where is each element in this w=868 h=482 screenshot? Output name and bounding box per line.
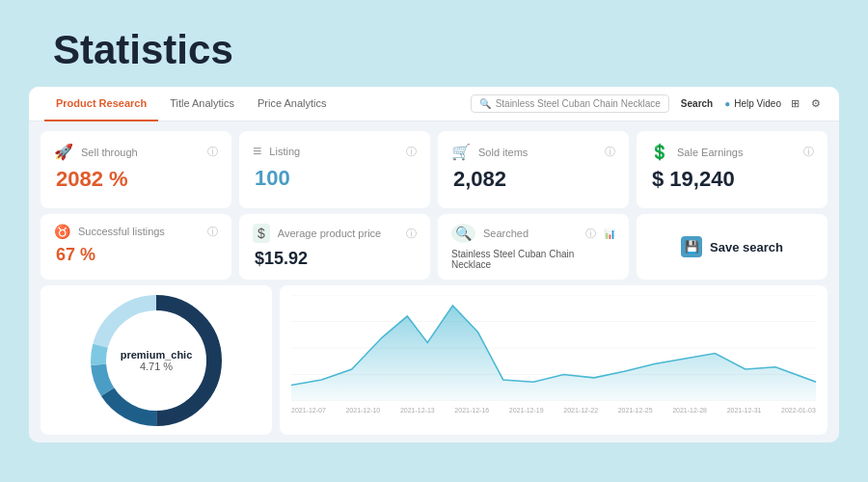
x-label-3: 2021-12-13 xyxy=(400,407,435,414)
searched-card: 🔍 Searched ⓘ 📊 Stainless Steel Cuban Cha… xyxy=(438,214,629,280)
listing-value: 100 xyxy=(253,166,417,191)
sell-through-card: 🚀 Sell through ⓘ 2082 % xyxy=(41,131,231,208)
avg-price-info[interactable]: ⓘ xyxy=(406,227,417,241)
save-icon: 💾 xyxy=(681,236,702,257)
line-chart-card: 2021-12-07 2021-12-10 2021-12-13 2021-12… xyxy=(280,285,827,435)
search-button[interactable]: Search xyxy=(675,95,719,112)
avg-price-value: $15.92 xyxy=(253,249,417,269)
search-input-value: Stainless Steel Cuban Chain Necklace xyxy=(496,98,661,109)
chart-wrapper: 2021-12-07 2021-12-10 2021-12-13 2021-12… xyxy=(291,295,816,425)
save-search-button[interactable]: 💾 Save search xyxy=(681,236,783,257)
listing-card: ≡ Listing ⓘ 100 xyxy=(239,131,430,208)
searched-label: Searched xyxy=(483,228,578,239)
tab-product-research[interactable]: Product Research xyxy=(44,87,158,121)
sale-earnings-card: 💲 Sale Earnings ⓘ $ 19,240 xyxy=(637,131,827,208)
sell-through-info[interactable]: ⓘ xyxy=(207,145,218,159)
cart-icon: 🛒 xyxy=(451,143,471,161)
save-search-label: Save search xyxy=(710,240,783,254)
sold-items-label: Sold items xyxy=(478,147,597,158)
sold-items-card: 🛒 Sold items ⓘ 2,082 xyxy=(438,131,629,208)
help-video-button[interactable]: ● Help Video xyxy=(724,98,781,109)
donut-chart: premium_chic 4.71 % xyxy=(89,293,224,428)
x-label-1: 2021-12-07 xyxy=(291,407,326,414)
avg-price-label: Average product price xyxy=(278,228,398,239)
rocket-icon: 🚀 xyxy=(54,143,73,161)
tab-price-analytics[interactable]: Price Analytics xyxy=(246,87,339,121)
x-label-10: 2022-01-03 xyxy=(781,407,816,414)
x-label-4: 2021-12-16 xyxy=(454,407,489,414)
help-icon: ● xyxy=(724,98,730,109)
sold-items-value: 2,082 xyxy=(451,167,615,192)
x-label-9: 2021-12-31 xyxy=(727,407,762,414)
donut-label-percent: 4.71 % xyxy=(121,361,193,372)
earnings-icon: 💲 xyxy=(650,143,669,161)
tab-title-analytics[interactable]: Title Analytics xyxy=(158,87,246,121)
chart-x-labels: 2021-12-07 2021-12-10 2021-12-13 2021-12… xyxy=(291,407,816,414)
x-label-8: 2021-12-28 xyxy=(672,407,707,414)
dashboard: Product Research Title Analytics Price A… xyxy=(29,87,839,442)
searched-info[interactable]: ⓘ xyxy=(585,227,596,241)
sale-earnings-value: $ 19,240 xyxy=(650,167,814,192)
search-icon: 🔍 xyxy=(479,98,491,109)
page-title: Statistics xyxy=(0,0,868,87)
sale-earnings-label: Sale Earnings xyxy=(677,147,796,158)
x-label-2: 2021-12-10 xyxy=(345,407,380,414)
sell-through-value: 2082 % xyxy=(54,167,218,192)
bar-chart-icon: 📊 xyxy=(604,228,615,239)
sell-through-label: Sell through xyxy=(81,147,200,158)
successful-listings-label: Successful listings xyxy=(78,226,200,237)
grid-icon[interactable]: ⊞ xyxy=(787,96,802,112)
save-search-card: 💾 Save search xyxy=(637,214,827,280)
sold-items-info[interactable]: ⓘ xyxy=(605,145,615,159)
sale-earnings-info[interactable]: ⓘ xyxy=(803,145,814,159)
donut-card: premium_chic 4.71 % xyxy=(41,285,272,435)
bottom-section: premium_chic 4.71 % xyxy=(29,285,839,442)
settings-icon[interactable]: ⚙ xyxy=(808,96,824,112)
search-box[interactable]: 🔍 Stainless Steel Cuban Chain Necklace xyxy=(471,94,669,113)
successful-listings-info[interactable]: ⓘ xyxy=(207,225,218,239)
search-card-icon: 🔍 xyxy=(451,224,475,243)
topbar: Product Research Title Analytics Price A… xyxy=(29,87,839,121)
list-icon: ≡ xyxy=(253,143,261,160)
metrics-row-1: 🚀 Sell through ⓘ 2082 % ≡ Listing ⓘ 100 … xyxy=(29,121,839,214)
metrics-row-2: ♉ Successful listings ⓘ 67 % $ Average p… xyxy=(29,214,839,285)
donut-label-name: premium_chic xyxy=(121,349,193,361)
listing-label: Listing xyxy=(269,146,398,157)
x-label-5: 2021-12-19 xyxy=(509,407,544,414)
x-label-6: 2021-12-22 xyxy=(563,407,598,414)
listing-info[interactable]: ⓘ xyxy=(406,145,417,159)
avg-price-card: $ Average product price ⓘ $15.92 xyxy=(239,214,430,280)
x-label-7: 2021-12-25 xyxy=(618,407,653,414)
successful-listings-card: ♉ Successful listings ⓘ 67 % xyxy=(41,214,231,280)
price-icon: $ xyxy=(253,224,270,243)
line-chart-svg xyxy=(291,295,816,401)
taurus-icon: ♉ xyxy=(54,224,70,239)
successful-listings-value: 67 % xyxy=(54,245,218,265)
searched-text: Stainless Steel Cuban Chain Necklace xyxy=(451,249,615,270)
